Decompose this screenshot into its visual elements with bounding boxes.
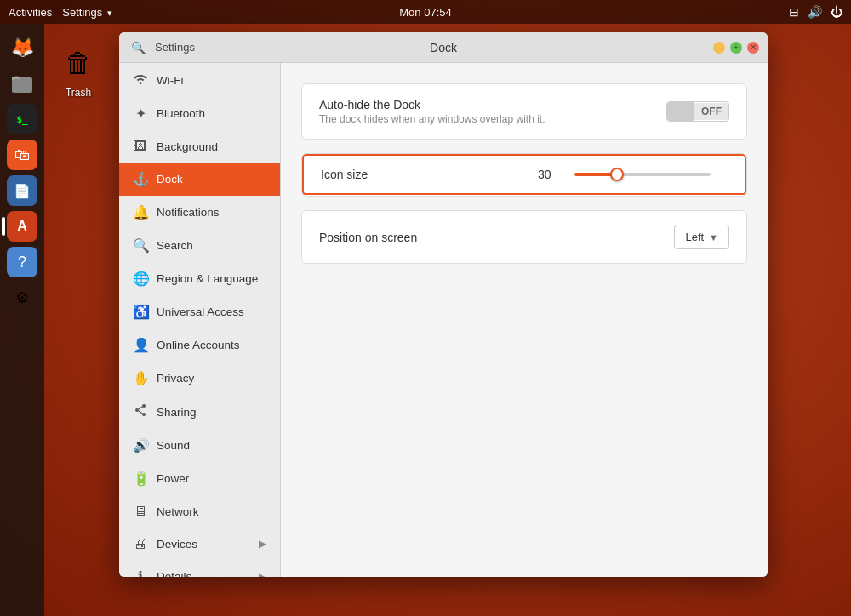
region-icon: 🌐	[133, 271, 148, 287]
window-controls: — + ✕	[713, 42, 759, 54]
sidebar-item-devices[interactable]: 🖨 Devices ▶	[119, 528, 280, 560]
volume-icon[interactable]: 🔊	[808, 5, 822, 19]
sharing-label: Sharing	[157, 406, 197, 419]
sidebar-item-notifications[interactable]: 🔔 Notifications	[119, 196, 280, 229]
toggle-label: OFF	[694, 103, 728, 120]
sidebar-item-wifi[interactable]: Wi-Fi	[119, 63, 280, 97]
notifications-icon: 🔔	[133, 204, 148, 220]
sidebar-item-online[interactable]: 👤 Online Accounts	[119, 328, 280, 362]
taskbar-files[interactable]	[7, 68, 37, 99]
online-icon: 👤	[133, 337, 148, 353]
taskbar-settings[interactable]: ⚙	[7, 282, 37, 313]
topbar-clock: Mon 07:54	[399, 6, 451, 19]
sidebar-item-background[interactable]: 🖼 Background	[119, 130, 280, 163]
notifications-label: Notifications	[157, 206, 220, 219]
background-icon: 🖼	[133, 139, 148, 154]
sidebar-item-power[interactable]: 🔋 Power	[119, 462, 280, 495]
autohide-toggle[interactable]: OFF	[666, 101, 729, 122]
taskbar: 🦊 $_ 🛍 📄 A ? ⚙	[0, 24, 44, 616]
svg-rect-0	[12, 77, 32, 93]
settings-window: 🔍 Settings Dock — + ✕ Wi-Fi	[119, 32, 768, 577]
titlebar-settings-label: Settings	[155, 41, 195, 54]
slider-container	[574, 173, 728, 176]
details-icon: ℹ	[133, 568, 148, 577]
wifi-label: Wi-Fi	[157, 74, 183, 87]
taskbar-help[interactable]: ?	[7, 247, 37, 277]
svg-point-1	[142, 404, 146, 408]
taskbar-software[interactable]: 🛍	[7, 140, 37, 170]
sidebar-item-search[interactable]: 🔍 Search	[119, 229, 280, 262]
titlebar-search-button[interactable]: 🔍	[128, 37, 148, 58]
network-status-icon[interactable]: ⊟	[789, 5, 799, 19]
icon-size-row: Icon size 30	[302, 154, 746, 195]
search-icon: 🔍	[133, 237, 148, 254]
taskbar-fonts[interactable]: A	[7, 211, 37, 242]
close-button[interactable]: ✕	[747, 42, 759, 54]
dropdown-arrow-icon: ▼	[709, 232, 718, 242]
online-label: Online Accounts	[157, 339, 240, 351]
position-label: Position on screen	[319, 231, 674, 244]
sidebar-item-sharing[interactable]: Sharing	[119, 395, 280, 429]
devices-icon: 🖨	[133, 536, 148, 551]
taskbar-text[interactable]: 📄	[7, 175, 37, 206]
topbar: Activities Settings ▾ Mon 07:54 ⊟ 🔊 ⏻	[0, 0, 851, 24]
search-label: Search	[157, 239, 193, 252]
taskbar-terminal[interactable]: $_	[7, 104, 37, 134]
trash-label: Trash	[66, 87, 91, 99]
maximize-button[interactable]: +	[730, 42, 742, 54]
position-dropdown[interactable]: Left ▼	[674, 225, 729, 249]
icon-size-label: Icon size	[321, 168, 538, 181]
trash-icon[interactable]: 🗑 Trash	[58, 43, 99, 99]
sidebar-item-details[interactable]: ℹ Details ▶	[119, 560, 280, 577]
taskbar-firefox[interactable]: 🦊	[7, 32, 37, 63]
universal-label: Universal Access	[157, 305, 244, 318]
details-label: Details	[157, 570, 191, 577]
trash-icon-image: 🗑	[58, 43, 99, 83]
activities-button[interactable]: Activities	[9, 6, 52, 19]
minimize-button[interactable]: —	[713, 42, 725, 54]
power-icon2: 🔋	[133, 471, 148, 487]
sidebar-item-privacy[interactable]: ✋ Privacy	[119, 362, 280, 395]
dock-icon: ⚓	[133, 171, 148, 187]
sidebar-item-bluetooth[interactable]: ✦ Bluetooth	[119, 97, 280, 130]
details-arrow: ▶	[259, 571, 266, 578]
position-row: Position on screen Left ▼	[302, 211, 746, 263]
settings-menu-button[interactable]: Settings ▾	[62, 6, 112, 19]
privacy-icon: ✋	[133, 370, 148, 386]
autohide-desc: The dock hides when any windows overlap …	[319, 113, 666, 125]
power-icon[interactable]: ⏻	[831, 5, 842, 19]
autohide-info: Auto-hide the Dock The dock hides when a…	[319, 98, 666, 125]
dock-label: Dock	[157, 173, 183, 185]
sidebar-item-region[interactable]: 🌐 Region & Language	[119, 262, 280, 295]
position-value: Left	[685, 231, 704, 243]
bluetooth-label: Bluetooth	[157, 107, 205, 120]
autohide-card: Auto-hide the Dock The dock hides when a…	[301, 83, 747, 140]
background-label: Background	[157, 140, 218, 153]
region-label: Region & Language	[157, 272, 258, 285]
sound-icon: 🔊	[133, 437, 148, 453]
network-icon: 🖥	[133, 504, 148, 519]
network-label: Network	[157, 505, 199, 518]
autohide-row: Auto-hide the Dock The dock hides when a…	[302, 84, 746, 139]
icon-size-control: 30	[538, 168, 728, 181]
universal-icon: ♿	[133, 304, 148, 320]
icon-size-slider[interactable]	[574, 173, 711, 176]
svg-line-5	[139, 411, 142, 414]
svg-point-2	[142, 413, 146, 416]
sidebar-item-network[interactable]: 🖥 Network	[119, 495, 280, 528]
position-card: Position on screen Left ▼	[301, 210, 747, 264]
svg-line-4	[139, 407, 142, 409]
position-info: Position on screen	[319, 231, 674, 244]
devices-label: Devices	[157, 538, 197, 550]
sidebar-item-universal[interactable]: ♿ Universal Access	[119, 295, 280, 328]
settings-sidebar: Wi-Fi ✦ Bluetooth 🖼 Background ⚓ Dock 🔔 …	[119, 63, 281, 577]
icon-size-card: Icon size 30	[301, 153, 747, 197]
svg-point-3	[135, 408, 139, 412]
toggle-track	[667, 102, 694, 121]
privacy-label: Privacy	[157, 372, 194, 385]
sidebar-item-sound[interactable]: 🔊 Sound	[119, 429, 280, 462]
power-label: Power	[157, 472, 189, 485]
sidebar-item-dock[interactable]: ⚓ Dock	[119, 163, 280, 196]
window-title: Dock	[430, 41, 457, 54]
window-titlebar: 🔍 Settings Dock — + ✕	[119, 32, 768, 63]
